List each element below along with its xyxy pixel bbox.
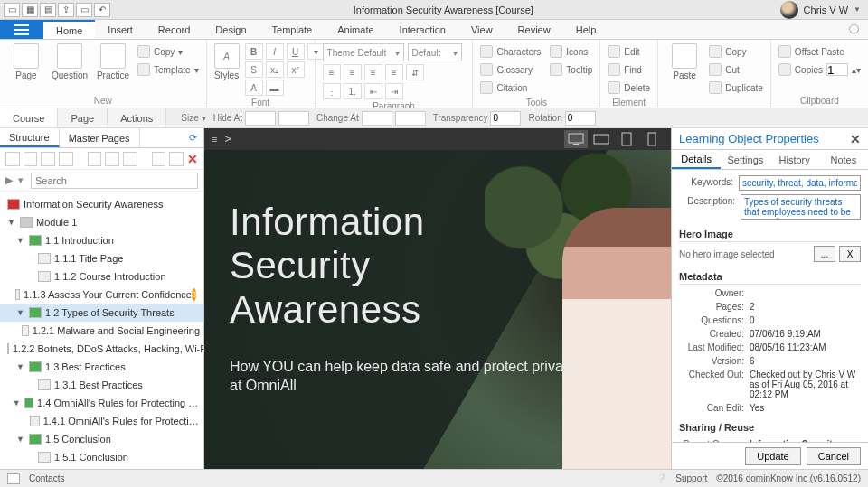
citation-button[interactable]: Citation [480,80,541,96]
contacts-icon[interactable] [7,473,20,484]
new-page-button[interactable]: Page [7,43,45,80]
bold-button[interactable]: B [245,43,263,60]
tree-15[interactable]: ▼1.5 Conclusion [0,430,203,448]
ribbon-tab-home[interactable]: Home [43,20,95,39]
ribbon-collapse-icon[interactable]: ⓘ [840,20,868,39]
update-button[interactable]: Update [745,447,800,465]
close-icon[interactable]: ✕ [850,132,861,146]
qa-icon-2[interactable]: ▦ [22,3,38,17]
tab-details[interactable]: Details [672,150,721,169]
copy-button[interactable]: Copy ▾ [137,43,199,60]
cut-button[interactable]: Cut [709,61,763,78]
tb-icon-8[interactable] [152,152,166,166]
subtab-actions[interactable]: Actions [108,108,166,127]
app-menu-button[interactable] [0,20,43,39]
tree-151[interactable]: 1.5.1 Conclusion [0,448,203,466]
outdent-button[interactable]: ⇤ [364,83,382,99]
rotation-input[interactable] [565,111,596,126]
list-button[interactable]: ⋮ [323,83,341,99]
tab-history[interactable]: History [770,150,819,169]
template-button[interactable]: Template ▾ [137,61,199,78]
qa-icon-3[interactable]: ▤ [40,3,56,17]
tree-122[interactable]: 1.2.2 Botnets, DDoS Attacks, Hacking, Wi… [0,340,203,358]
paste-button[interactable]: Paste [665,43,703,80]
tree-11[interactable]: ▼1.1 Introduction [0,231,203,249]
tree-113[interactable]: 1.1.3 Assess Your Current Confidence3 [0,286,203,304]
line-spacing-button[interactable]: ⇵ [406,64,424,80]
copies-input[interactable] [826,63,848,76]
new-question-button[interactable]: Question [51,43,89,80]
copy2-button[interactable]: Copy [709,43,763,60]
tree-141[interactable]: 1.4.1 OmniAll's Rules for Protecting Dat… [0,412,203,430]
delete-button[interactable]: Delete [608,80,650,96]
align-right-button[interactable]: ≡ [364,64,382,80]
sub-button[interactable]: x₂ [266,61,284,78]
align-justify-button[interactable]: ≡ [385,64,403,80]
hamburger-icon[interactable]: ≡ [212,134,217,145]
ribbon-tab-review[interactable]: Review [505,20,563,39]
device-tablet-portrait-icon[interactable] [615,130,638,148]
tree-module[interactable]: ▼Module 1 [0,213,203,231]
theme-select[interactable]: Theme Default▾ [323,43,404,61]
fontcolor-button[interactable]: A [245,80,263,96]
change-h[interactable] [395,111,426,126]
tree-121[interactable]: 1.2.1 Malware and Social Engineering [0,322,203,340]
tb-icon-5[interactable] [88,152,102,166]
ribbon-tab-interaction[interactable]: Interaction [387,20,458,39]
toggle-icon[interactable]: ▼ [7,218,16,227]
tb-icon-9[interactable] [169,152,184,166]
ribbon-tab-insert[interactable]: Insert [95,20,146,39]
find-button[interactable]: Find [608,61,650,78]
expand-icon[interactable]: ▶ [5,174,14,186]
tree-13[interactable]: ▼1.3 Best Practices [0,358,203,376]
tb-icon-4[interactable] [59,152,73,166]
edit-button[interactable]: Edit [608,43,650,60]
delete-tree-button[interactable]: ✕ [187,152,198,166]
tree-111[interactable]: 1.1.1 Title Page [0,249,203,267]
tree-14[interactable]: ▼1.4 OmniAll's Rules for Protecting Data… [0,394,203,412]
glossary-button[interactable]: Glossary [480,61,541,78]
align-left-button[interactable]: ≡ [323,64,341,80]
font-default-select[interactable]: Default▾ [408,43,462,61]
ribbon-tab-view[interactable]: View [458,20,505,39]
strike-button[interactable]: S [245,61,263,78]
ribbon-tab-animate[interactable]: Animate [325,20,386,39]
tree-course[interactable]: Information Security Awareness [0,195,203,213]
icons-button[interactable]: Icons [550,43,592,60]
characters-button[interactable]: Characters [480,43,541,60]
offset-paste-button[interactable]: Offset Paste [778,43,861,60]
hide-h[interactable] [278,111,309,126]
device-tablet-landscape-icon[interactable] [590,130,613,148]
tb-icon-3[interactable] [41,152,55,166]
qa-icon-1[interactable]: ▭ [4,3,20,17]
italic-button[interactable]: I [266,43,284,60]
align-center-button[interactable]: ≡ [344,64,362,80]
hide-w[interactable] [245,111,276,126]
tb-icon-6[interactable] [105,152,119,166]
copies-field[interactable]: Copies ▴▾ [778,61,861,78]
collapse-icon[interactable]: ▾ [18,174,27,186]
tb-icon-1[interactable] [5,152,20,166]
contacts-label[interactable]: Contacts [29,473,64,483]
ribbon-tab-record[interactable]: Record [146,20,203,39]
styles-button[interactable]: AStyles [214,43,240,80]
tb-icon-2[interactable] [24,152,38,166]
highlight-button[interactable]: ▬ [266,80,284,96]
tooltip-button[interactable]: Tooltip [550,61,592,78]
device-phone-icon[interactable] [640,130,664,148]
structure-tab[interactable]: Structure [0,128,60,147]
new-practice-button[interactable]: Practice [94,43,132,80]
sup-button[interactable]: x² [287,61,305,78]
user-menu[interactable]: Chris V W ▼ [773,1,868,19]
hero-browse-button[interactable]: ... [814,246,835,262]
tree-131[interactable]: 1.3.1 Best Practices [0,376,203,394]
qa-upload-icon[interactable]: ⇪ [58,3,74,17]
qa-icon-5[interactable]: ▭ [76,3,92,17]
tree-12[interactable]: ▼1.2 Types of Security Threats [0,304,203,322]
ribbon-tab-design[interactable]: Design [203,20,259,39]
master-pages-tab[interactable]: Master Pages [60,128,140,147]
ribbon-tab-template[interactable]: Template [259,20,326,39]
numlist-button[interactable]: 1. [344,83,362,99]
duplicate-button[interactable]: Duplicate [709,80,763,96]
support-icon[interactable]: ❔ [656,473,666,483]
